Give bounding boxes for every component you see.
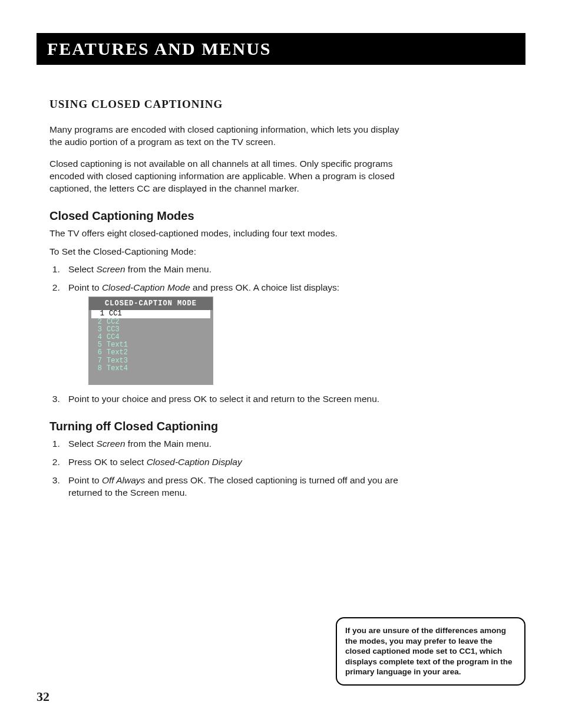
closed-caption-mode-menu: CLOSED-CAPTION MODE 1CC12CC23CC34CC45Tex… [88,297,213,385]
page-number: 32 [37,689,49,704]
menu-item-text4: 8Text4 [89,365,213,373]
intro-paragraph-1: Many programs are encoded with closed ca… [49,124,403,149]
chapter-title-bar: Features and Menus [37,33,525,65]
off-step-3: Point to Off Always and press OK. The cl… [62,475,403,499]
intro-paragraph-2: Closed captioning is not available on al… [49,158,403,195]
menu-item-cc2: 2CC2 [89,318,213,326]
tip-callout-box: If you are unsure of the differences amo… [336,617,525,686]
modes-description: The TV offers eight closed-captioned mod… [49,228,403,240]
modes-step-1: Select Screen from the Main menu. [62,263,403,276]
modes-step-2: Point to Closed-Caption Mode and press O… [62,282,403,385]
menu-title: CLOSED-CAPTION MODE [89,297,213,310]
subheading-modes: Closed Captioning Modes [49,209,403,223]
subheading-turning-off: Turning off Closed Captioning [49,420,403,433]
main-content: Using Closed Captioning Many programs ar… [37,98,403,499]
menu-item-text3: 7Text3 [89,357,213,365]
modes-lead: To Set the Closed-Captioning Mode: [49,246,403,258]
modes-step-3: Point to your choice and press OK to sel… [62,393,403,406]
section-title: Using Closed Captioning [49,98,403,111]
modes-steps-list: Select Screen from the Main menu. Point … [49,263,403,405]
menu-item-text2: 6Text2 [89,349,213,357]
off-step-1: Select Screen from the Main menu. [62,438,403,450]
menu-item-cc1: 1CC1 [91,310,210,318]
off-steps-list: Select Screen from the Main menu. Press … [49,438,403,499]
off-step-2: Press OK to select Closed-Caption Displa… [62,456,403,469]
